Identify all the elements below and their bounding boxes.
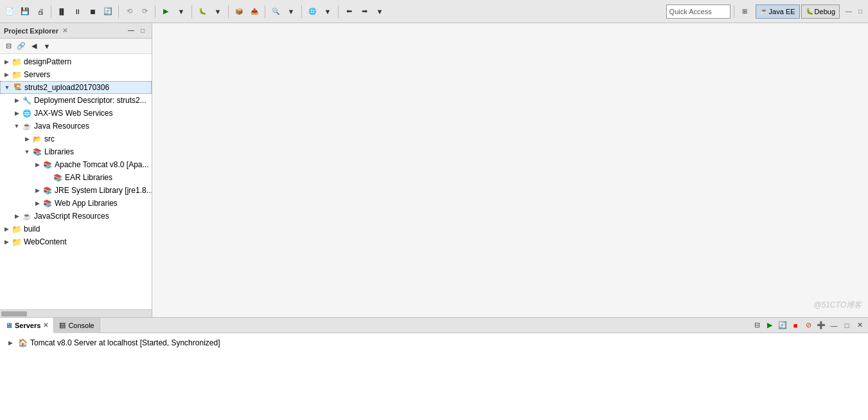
tree-item-webAppLib[interactable]: ▶ 📚 Web App Libraries: [0, 197, 152, 210]
tree-item-jsResources[interactable]: ▶ ☕ JavaScript Resources: [0, 210, 152, 223]
tree-item-earLib[interactable]: ▶ 📚 EAR Libraries: [0, 171, 152, 184]
debug-icon: 🐛: [806, 8, 813, 15]
tree-item-struts2upload[interactable]: ▼ 🏗 struts2_upload20170306: [0, 81, 152, 94]
tree-item-libraries[interactable]: ▼ 📚 Libraries: [0, 145, 152, 158]
toggle-jsResources[interactable]: ▶: [12, 211, 22, 221]
toolbar-icon-16[interactable]: ▼: [321, 5, 335, 19]
minimize-window-button[interactable]: —: [844, 6, 854, 17]
toggle-javaResources[interactable]: ▼: [12, 121, 22, 131]
toolbar-icon-5[interactable]: ⏹: [85, 5, 100, 19]
toggle-build[interactable]: ▶: [1, 224, 12, 234]
server-stop-button[interactable]: ■: [790, 320, 801, 331]
quick-access-input[interactable]: Quick Access: [666, 5, 731, 19]
content-area: Project Explorer ✕ — □ ⊟ 🔗 ◀ ▼ ▶ 📁: [0, 23, 868, 317]
toolbar-icon-3[interactable]: ▐▌: [55, 5, 69, 19]
tree-item-src[interactable]: ▶ 📂 src: [0, 132, 152, 145]
watermark: @51CTO博客: [813, 300, 862, 311]
collapse-all-button[interactable]: ⊟: [3, 41, 14, 52]
toolbar-icon-19[interactable]: ▼: [373, 5, 387, 19]
js-icon: ☕: [22, 211, 32, 221]
project-icon-designPattern: 📁: [12, 57, 22, 67]
label-earLib: EAR Libraries: [65, 173, 112, 182]
view-menu-button[interactable]: ▼: [41, 41, 53, 52]
project-explorer-header: Project Explorer ✕ — □: [0, 23, 152, 39]
sep6: [265, 5, 265, 18]
java-ee-perspective[interactable]: ☕ Java EE: [756, 5, 800, 19]
toggle-webContent[interactable]: ▶: [1, 237, 12, 247]
toggle-apacheTomcat[interactable]: ▶: [32, 160, 42, 170]
toolbar-icon-12[interactable]: 📤: [247, 5, 261, 19]
scrollbar-thumb[interactable]: [1, 311, 27, 316]
toolbar-icon-15[interactable]: 🌐: [305, 5, 319, 19]
server-disconnect-button[interactable]: ⊘: [802, 320, 814, 331]
toggle-webAppLib[interactable]: ▶: [32, 198, 42, 208]
toolbar-icon-8[interactable]: ⟳: [137, 5, 152, 19]
run-button[interactable]: ▶: [159, 5, 173, 19]
bottom-close-button[interactable]: ✕: [854, 320, 865, 331]
toolbar-icon-7[interactable]: ⟲: [122, 5, 136, 19]
sep7: [301, 5, 302, 18]
toolbar-icon-6[interactable]: 🔄: [101, 5, 115, 19]
label-webContent: WebContent: [24, 237, 67, 246]
tree-item-designPattern[interactable]: ▶ 📁 designPattern: [0, 55, 152, 68]
servers-tab-close[interactable]: ✕: [43, 322, 48, 329]
tree-item-jaxws[interactable]: ▶ 🌐 JAX-WS Web Services: [0, 107, 152, 120]
tree-item-build[interactable]: ▶ 📁 build: [0, 223, 152, 235]
debug-perspective[interactable]: 🐛 Debug: [801, 5, 840, 19]
server-row-tomcat[interactable]: ▶ 🏠 Tomcat v8.0 Server at localhost [Sta…: [3, 336, 865, 350]
toolbar-icon-17[interactable]: ⬅: [342, 5, 356, 19]
editor-area: @51CTO博客: [152, 23, 868, 317]
tree-item-jreSystem[interactable]: ▶ 📚 JRE System Library [jre1.8...: [0, 184, 152, 197]
toolbar-icon-14[interactable]: ▼: [284, 5, 298, 19]
tree-scrollbar-h[interactable]: [0, 309, 152, 317]
maximize-window-button[interactable]: □: [855, 6, 865, 17]
collapse-bottom-button[interactable]: ⊟: [751, 320, 763, 331]
toggle-libraries[interactable]: ▼: [22, 147, 32, 157]
tree-item-deployDesc[interactable]: ▶ 🔧 Deployment Descriptor: struts2...: [0, 94, 152, 107]
toggle-servers[interactable]: ▶: [1, 69, 12, 80]
java-ee-icon: ☕: [760, 8, 768, 15]
bottom-minimize-button[interactable]: —: [828, 320, 840, 331]
server-restart-button[interactable]: 🔄: [777, 320, 788, 331]
back-button[interactable]: ◀: [28, 41, 40, 52]
label-apacheTomcat: Apache Tomcat v8.0 [Apa...: [55, 160, 149, 169]
toggle-designPattern[interactable]: ▶: [1, 57, 12, 67]
panel-header-actions: — □: [126, 26, 148, 36]
debug-label: Debug: [815, 8, 835, 15]
bottom-panel: 🖥 Servers ✕ ▤ Console ⊟ ▶ 🔄 ■ ⊘ ➕ — □ ✕: [0, 317, 868, 420]
run-dropdown[interactable]: ▼: [174, 5, 188, 19]
toggle-jaxws[interactable]: ▶: [12, 108, 22, 118]
toggle-jreSystem[interactable]: ▶: [32, 185, 42, 196]
toolbar-icon-4[interactable]: ⏸: [70, 5, 84, 19]
sep8: [338, 5, 339, 18]
toolbar-icon-18[interactable]: ➡: [357, 5, 371, 19]
open-perspective-button[interactable]: ⊞: [738, 5, 752, 19]
tab-servers[interactable]: 🖥 Servers ✕: [0, 318, 54, 333]
toolbar-icon-1[interactable]: 💾: [18, 5, 32, 19]
ear-lib-icon: 📚: [53, 172, 63, 183]
tree-item-apacheTomcat[interactable]: ▶ 📚 Apache Tomcat v8.0 [Apa...: [0, 158, 152, 171]
toolbar-icon-10[interactable]: ▼: [211, 5, 225, 19]
toggle-struts2upload[interactable]: ▼: [2, 82, 12, 93]
toolbar-icon-11[interactable]: 📦: [232, 5, 246, 19]
tab-console[interactable]: ▤ Console: [54, 318, 100, 333]
tree-item-servers[interactable]: ▶ 📁 Servers: [0, 68, 152, 81]
server-toggle[interactable]: ▶: [5, 338, 15, 348]
new-server-button[interactable]: ➕: [815, 320, 827, 331]
toggle-src[interactable]: ▶: [22, 134, 32, 144]
toolbar-icon-2[interactable]: 🖨: [33, 5, 48, 19]
toolbar-icon-13[interactable]: 🔍: [269, 5, 283, 19]
toolbar-icon-9[interactable]: 🐛: [195, 5, 209, 19]
jre-lib-icon: 📚: [42, 185, 53, 196]
tree-item-webContent[interactable]: ▶ 📁 WebContent: [0, 235, 152, 248]
bottom-maximize-button[interactable]: □: [841, 320, 853, 331]
link-editor-button[interactable]: 🔗: [15, 41, 27, 52]
new-button[interactable]: 📄: [3, 5, 17, 19]
minimize-panel-button[interactable]: —: [126, 26, 136, 36]
server-start-button[interactable]: ▶: [764, 320, 775, 331]
tomcat-server-icon: 🏠: [18, 338, 28, 347]
toggle-deployDesc[interactable]: ▶: [12, 95, 22, 105]
tree-item-javaResources[interactable]: ▼ ☕ Java Resources: [0, 120, 152, 132]
maximize-panel-button[interactable]: □: [137, 26, 148, 36]
main-toolbar: 📄 💾 🖨 ▐▌ ⏸ ⏹ 🔄 ⟲ ⟳ ▶ ▼ 🐛 ▼ 📦 📤 🔍 ▼ 🌐 ▼ ⬅…: [0, 0, 868, 23]
